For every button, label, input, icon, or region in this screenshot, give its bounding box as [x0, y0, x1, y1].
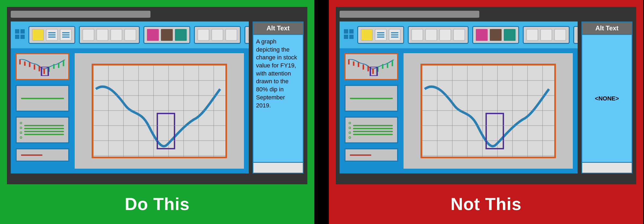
svg-rect-1: [24, 62, 26, 66]
svg-rect-19: [387, 63, 388, 68]
list-icon[interactable]: [46, 29, 58, 41]
svg-rect-12: [353, 62, 354, 66]
slide-thumb-3[interactable]: [344, 117, 398, 143]
candlestick-series: [425, 68, 552, 154]
svg-rect-13: [358, 62, 359, 67]
ribbon-toolbar: [340, 21, 578, 48]
slide-thumb-2[interactable]: [344, 85, 398, 112]
slide-thumbnails: [344, 53, 398, 169]
svg-rect-2: [29, 62, 30, 67]
ribbon-button[interactable]: [554, 29, 566, 41]
chart-thumbnail-icon: [18, 56, 67, 77]
svg-rect-4: [39, 66, 40, 71]
trend-line: [93, 65, 225, 158]
caption-do-this: Do This: [7, 184, 307, 224]
caption-not-this: Not This: [336, 184, 636, 224]
list-icon[interactable]: [577, 29, 578, 41]
slide-thumb-1[interactable]: [16, 53, 69, 80]
alt-text-header: Alt Text: [581, 21, 632, 34]
alt-text-panel: Alt Text A graph depicting the change in…: [253, 21, 304, 174]
svg-rect-11: [348, 60, 350, 64]
list-icon[interactable]: [389, 29, 401, 41]
ribbon-button[interactable]: [82, 29, 94, 41]
ribbon-group-home[interactable]: [28, 26, 75, 44]
titlebar-placeholder: [340, 11, 479, 18]
slide-thumb-4[interactable]: [344, 148, 398, 162]
alt-text-header: Alt Text: [253, 21, 304, 34]
highlight-box: [157, 113, 175, 149]
ribbon-button[interactable]: [425, 29, 437, 41]
ribbon-group[interactable]: [523, 26, 570, 44]
svg-rect-7: [53, 64, 55, 69]
app-window: Alt Text A graph depicting the change in…: [7, 7, 307, 184]
highlight-box: [485, 113, 504, 149]
titlebar-placeholder: [11, 11, 150, 18]
stock-chart[interactable]: [420, 64, 556, 158]
ribbon-button[interactable]: [526, 29, 538, 41]
trend-line: [422, 65, 554, 158]
candlestick-series: [96, 68, 223, 154]
svg-rect-16: [372, 68, 374, 74]
app-window: Alt Text NONE: [336, 7, 636, 184]
svg-rect-8: [58, 63, 59, 68]
color-swatch-teal[interactable]: [175, 29, 187, 41]
slide-canvas[interactable]: [404, 53, 573, 169]
ribbon-button[interactable]: [225, 29, 237, 41]
alt-text-footer: [253, 163, 304, 174]
chart-thumbnail-icon: [347, 56, 395, 77]
color-swatch-teal[interactable]: [504, 29, 516, 41]
ribbon-group-home[interactable]: [357, 26, 404, 44]
ribbon-button[interactable]: [453, 29, 465, 41]
color-swatch-pink[interactable]: [147, 29, 159, 41]
alt-text-footer: [581, 163, 632, 174]
ribbon-button[interactable]: [439, 29, 451, 41]
ribbon-button[interactable]: [197, 29, 209, 41]
list-icon[interactable]: [248, 29, 249, 41]
color-swatch-brown[interactable]: [161, 29, 173, 41]
alt-text-content-empty[interactable]: NONE: [581, 34, 632, 163]
example-not-this: Alt Text NONE Not This: [329, 0, 643, 224]
slide-canvas[interactable]: [75, 53, 244, 169]
ribbon-button[interactable]: [124, 29, 136, 41]
ribbon-toolbar: [11, 21, 249, 48]
ribbon-button[interactable]: [96, 29, 108, 41]
ribbon-group[interactable]: [244, 26, 249, 44]
ribbon-group-colors[interactable]: [472, 26, 519, 44]
svg-rect-5: [44, 68, 45, 74]
ribbon-group-shapes[interactable]: [408, 26, 469, 44]
ribbon-group-shapes[interactable]: [79, 26, 140, 44]
ribbon-button[interactable]: [361, 29, 373, 41]
svg-rect-18: [382, 64, 383, 69]
ribbon-button[interactable]: [540, 29, 552, 41]
svg-rect-0: [19, 60, 21, 64]
ribbon-button[interactable]: [110, 29, 122, 41]
ribbon-group[interactable]: [573, 26, 578, 44]
ribbon-group-colors[interactable]: [143, 26, 190, 44]
app-menu-icon[interactable]: [15, 29, 25, 41]
slide-thumb-4[interactable]: [16, 148, 69, 162]
svg-rect-9: [63, 60, 64, 66]
color-swatch-brown[interactable]: [490, 29, 502, 41]
alt-text-content[interactable]: A graph depicting the change in stock va…: [253, 34, 304, 163]
svg-rect-20: [392, 60, 393, 66]
color-swatch-pink[interactable]: [476, 29, 488, 41]
slide-thumb-3[interactable]: [16, 117, 69, 143]
svg-rect-14: [363, 64, 364, 70]
presentation-app: [340, 21, 578, 174]
list-icon[interactable]: [375, 29, 387, 41]
ribbon-button[interactable]: [32, 29, 44, 41]
svg-rect-3: [34, 64, 35, 70]
ribbon-button[interactable]: [411, 29, 423, 41]
ribbon-button[interactable]: [211, 29, 223, 41]
slide-thumb-1[interactable]: [344, 53, 398, 80]
list-icon[interactable]: [60, 29, 72, 41]
stock-chart[interactable]: [92, 64, 227, 158]
svg-rect-15: [368, 66, 369, 71]
example-do-this: Alt Text A graph depicting the change in…: [0, 0, 314, 224]
app-menu-icon[interactable]: [344, 29, 354, 41]
slide-thumbnails: [16, 53, 69, 169]
alt-text-panel: Alt Text NONE: [581, 21, 632, 174]
slide-thumb-2[interactable]: [16, 85, 69, 112]
presentation-app: [11, 21, 249, 174]
ribbon-group[interactable]: [194, 26, 241, 44]
